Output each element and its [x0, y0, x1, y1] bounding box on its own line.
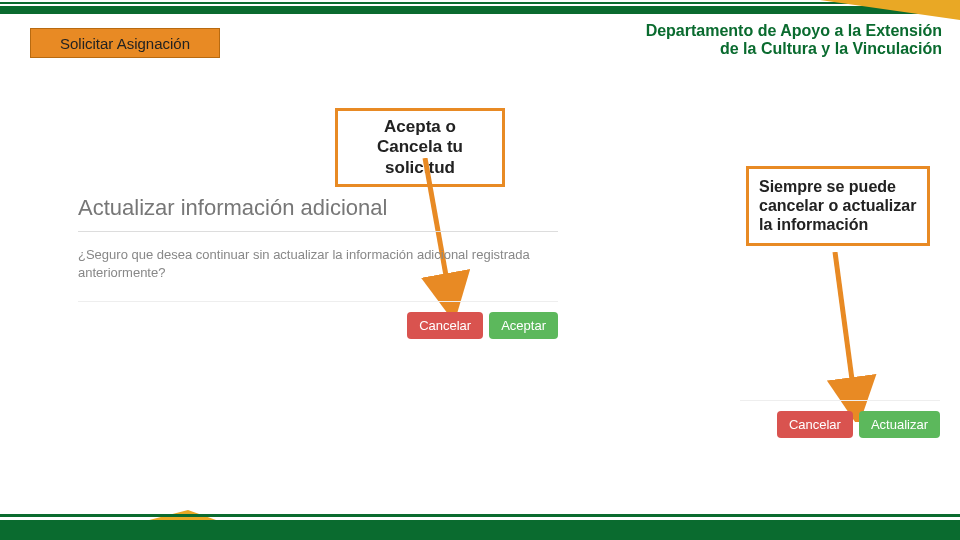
divider	[78, 231, 558, 232]
department-line2: de la Cultura y la Vinculación	[646, 40, 942, 58]
page-title: Solicitar Asignación	[30, 28, 220, 58]
accept-button[interactable]: Aceptar	[489, 312, 558, 339]
svg-line-1	[835, 252, 855, 402]
callout-always-cancel: Siempre se puede cancelar o actualizar l…	[746, 166, 930, 246]
department-name: Departamento de Apoyo a la Extensión de …	[646, 22, 942, 59]
secondary-action-bar: Cancelar Actualizar	[740, 400, 940, 438]
top-decoration	[0, 0, 960, 16]
callout-accept-cancel-text: Acepta o Cancela tu solicitud	[377, 117, 463, 177]
department-line1: Departamento de Apoyo a la Extensión	[646, 22, 942, 40]
cancel-button[interactable]: Cancelar	[407, 312, 483, 339]
bottom-decoration	[0, 506, 960, 540]
callout-always-cancel-text: Siempre se puede cancelar o actualizar l…	[759, 178, 916, 233]
confirm-dialog: Actualizar información adicional ¿Seguro…	[78, 195, 558, 339]
callout-accept-cancel: Acepta o Cancela tu solicitud	[335, 108, 505, 187]
dialog-body: ¿Seguro que desea continuar sin actualiz…	[78, 246, 558, 281]
page-title-text: Solicitar Asignación	[60, 35, 190, 52]
update-button[interactable]: Actualizar	[859, 411, 940, 438]
dialog-actions: Cancelar Aceptar	[78, 301, 558, 339]
arrow-icon	[800, 252, 880, 422]
dialog-title: Actualizar información adicional	[78, 195, 558, 221]
cancel-button[interactable]: Cancelar	[777, 411, 853, 438]
